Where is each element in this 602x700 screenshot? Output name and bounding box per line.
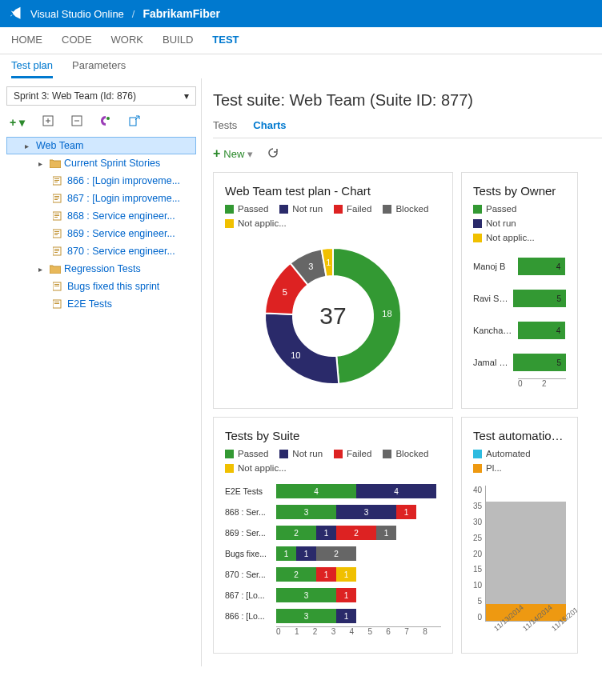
suite-icon (53, 299, 64, 309)
subnav-test-plan[interactable]: Test plan (11, 59, 53, 78)
bar-label: 868 : Ser... (225, 507, 271, 517)
legend-label: Passed (238, 449, 268, 458)
tree-item-bugs[interactable]: Bugs fixed this sprint (6, 278, 196, 295)
project-label[interactable]: FabrikamFiber (142, 7, 219, 20)
legend-label: Blocked (395, 204, 428, 214)
tree-item-866[interactable]: 866 : [Login improveme... (6, 172, 196, 190)
bar: 4 (518, 258, 565, 275)
svg-rect-21 (54, 233, 59, 234)
tree-item-e2e[interactable]: E2E Tests (6, 295, 196, 313)
tree-folder-regression-label: Regression Tests (64, 263, 141, 274)
new-chart-label: New (223, 148, 244, 160)
suite-tabs: Tests Charts (213, 119, 602, 138)
nav-work[interactable]: WORK (111, 34, 143, 46)
owner-bars: Manoj B4Ravi Sha...5Kanchan...4Jamal Ha.… (473, 250, 566, 378)
bar-label: 867 : [Lo... (225, 590, 271, 600)
bar-segment: 1 (396, 505, 416, 519)
auto-xaxis: 11/13/201411/14/201411/15/2014 (492, 626, 566, 634)
auto-plot-area (485, 486, 566, 622)
tree-root-label: Web Team (36, 140, 83, 151)
donut-total: 37 (319, 302, 346, 330)
legend-label: Blocked (395, 449, 428, 458)
tree-item-label: E2E Tests (67, 298, 112, 310)
bar: 4 (518, 322, 565, 339)
requirement-icon (53, 246, 64, 256)
right-pane: Test suite: Web Team (Suite ID: 877) Tes… (202, 78, 602, 666)
svg-rect-14 (54, 199, 58, 200)
nav-build[interactable]: BUILD (163, 34, 193, 46)
collapse-icon[interactable] (71, 115, 82, 129)
svg-text:5: 5 (283, 287, 287, 297)
nav-home[interactable]: HOME (11, 34, 42, 46)
tree-item-869[interactable]: 869 : Service engineer... (6, 225, 196, 242)
svg-rect-26 (54, 252, 58, 253)
tree-folder-regression[interactable]: ▸ Regression Tests (6, 260, 196, 278)
bar-label: Jamal Ha... (473, 358, 508, 367)
svg-rect-8 (54, 178, 59, 179)
bar-segment: 2 (276, 526, 316, 540)
caret-icon: ▸ (38, 265, 46, 274)
bar-segment: 2 (316, 546, 356, 561)
svg-rect-24 (54, 249, 59, 250)
chart-card-owner[interactable]: Tests by Owner Passed Not run Not applic… (461, 172, 578, 409)
new-chart-button[interactable]: + New ▾ (213, 146, 253, 161)
requirement-icon (53, 229, 64, 238)
chart-card-donut[interactable]: Web Team test plan - Chart Passed Not ru… (213, 172, 453, 409)
nav-code[interactable]: CODE (62, 34, 92, 46)
legend-label: Automated (486, 449, 531, 458)
open-test-icon[interactable] (100, 115, 111, 129)
refresh-icon[interactable] (267, 147, 279, 161)
tab-tests[interactable]: Tests (213, 119, 237, 131)
suite-axis: 012345678 (276, 626, 441, 636)
bar-track: 112 (276, 546, 356, 561)
tree-item-870[interactable]: 870 : Service engineer... (6, 242, 196, 260)
nav-test[interactable]: TEST (212, 34, 239, 46)
svg-text:18: 18 (382, 309, 391, 318)
brand-label[interactable]: Visual Studio Online (30, 8, 124, 20)
add-button[interactable]: + ▾ (10, 116, 25, 129)
tree-folder-stories[interactable]: ▸ Current Sprint Stories (6, 154, 196, 172)
sprint-selector[interactable]: Sprint 3: Web Team (Id: 876) ▾ (6, 86, 196, 106)
svg-rect-20 (54, 231, 59, 232)
tree-item-868[interactable]: 868 : Service engineer... (6, 207, 196, 225)
bar-segment: 3 (336, 505, 396, 519)
bar-segment: 1 (316, 567, 336, 582)
chart-card-automation[interactable]: Test automation... Automated Pl... 40353… (461, 417, 578, 654)
export-icon[interactable] (129, 115, 140, 129)
suite-icon (53, 282, 64, 291)
svg-rect-28 (54, 284, 59, 285)
top-header: Visual Studio Online / FabrikamFiber (0, 0, 602, 27)
bar-label: Ravi Sha... (473, 294, 508, 303)
bar-track: 211 (276, 567, 356, 582)
svg-rect-10 (54, 182, 58, 182)
bar-segment: 1 (296, 546, 316, 561)
left-pane: Sprint 3: Web Team (Id: 876) ▾ + ▾ ▸ Web… (0, 78, 202, 666)
sub-nav: Test plan Parameters (0, 54, 602, 78)
subnav-parameters[interactable]: Parameters (72, 59, 126, 78)
owner-axis: 02 (518, 378, 566, 388)
bar-track: 2121 (276, 526, 396, 540)
bar-label: Manoj B (473, 262, 513, 271)
caret-icon: ▸ (38, 159, 46, 168)
chart-title: Tests by Suite (225, 429, 441, 442)
tree-item-867[interactable]: 867 : [Login improveme... (6, 190, 196, 207)
bar-segment: 2 (336, 526, 376, 540)
tree-item-label: Bugs fixed this sprint (67, 281, 159, 292)
test-plan-tree: ▸ Web Team ▸ Current Sprint Stories 866 … (6, 137, 196, 313)
requirement-icon (53, 176, 64, 186)
legend-label: Failed (347, 204, 371, 214)
svg-rect-25 (54, 250, 59, 251)
bar-segment: 1 (336, 588, 356, 602)
tree-root[interactable]: ▸ Web Team (6, 137, 196, 154)
tab-charts[interactable]: Charts (253, 119, 286, 131)
bar-label: Kanchan... (473, 326, 513, 335)
svg-rect-18 (54, 217, 58, 218)
bar-segment: 1 (336, 567, 356, 582)
expand-icon[interactable] (42, 115, 54, 129)
legend-label: Passed (238, 204, 268, 214)
caret-icon: ▸ (25, 142, 33, 150)
svg-rect-16 (54, 214, 59, 214)
chart-card-suite[interactable]: Tests by Suite Passed Not run Failed Blo… (213, 417, 453, 654)
svg-point-5 (106, 117, 110, 120)
chart-title: Tests by Owner (473, 184, 566, 198)
